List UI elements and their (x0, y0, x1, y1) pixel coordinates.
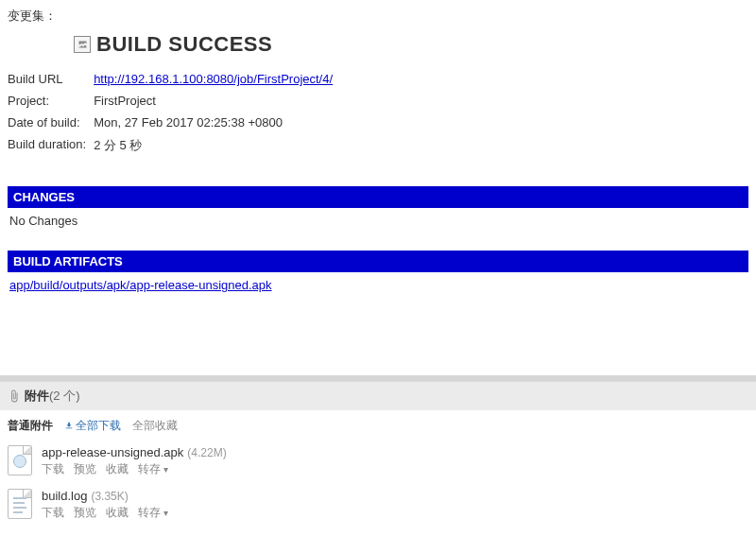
broken-image-icon (74, 36, 91, 53)
download-icon (64, 420, 74, 433)
favorite-all-button[interactable]: 全部收藏 (132, 418, 178, 434)
file-name: app-release-unsigned.apk (42, 445, 183, 459)
preview-button[interactable]: 预览 (74, 462, 96, 475)
changeset-label: 变更集： (8, 8, 748, 25)
chevron-down-icon: ▾ (163, 508, 168, 518)
build-url-label: Build URL (8, 68, 94, 90)
duration-label: Build duration: (8, 133, 94, 158)
attachment-item: build.log(3.35K)下载预览收藏转存 ▾ (8, 483, 748, 527)
file-actions: 下载预览收藏转存 ▾ (42, 461, 748, 477)
project-value: FirstProject (94, 90, 340, 112)
attachments-count: (2 个) (49, 388, 80, 405)
attachments-title: 附件 (25, 388, 49, 405)
favorite-button[interactable]: 收藏 (106, 506, 129, 519)
build-url-link[interactable]: http://192.168.1.100:8080/job/FirstProje… (94, 72, 333, 86)
file-actions: 下载预览收藏转存 ▾ (42, 505, 748, 521)
attachment-item: app-release-unsigned.apk(4.22M)下载预览收藏转存 … (8, 440, 748, 483)
build-status-text: BUILD SUCCESS (96, 32, 272, 57)
duration-value: 2 分 5 秒 (94, 133, 340, 158)
preview-button[interactable]: 预览 (74, 506, 96, 519)
attachments-type-label: 普通附件 (8, 418, 53, 434)
artifact-link[interactable]: app/build/outputs/apk/app-release-unsign… (9, 278, 272, 292)
changes-header: CHANGES (8, 186, 748, 208)
changes-body: No Changes (8, 208, 748, 247)
file-name: build.log (42, 489, 87, 503)
transfer-button[interactable]: 转存 ▾ (138, 506, 178, 519)
file-size: (4.22M) (187, 446, 226, 459)
download-button[interactable]: 下载 (42, 506, 64, 519)
build-status: BUILD SUCCESS (74, 32, 748, 57)
attachments-header: 附件 (2 个) (0, 381, 756, 410)
favorite-button[interactable]: 收藏 (106, 462, 129, 475)
artifacts-header: BUILD ARTIFACTS (8, 251, 748, 272)
date-value: Mon, 27 Feb 2017 02:25:38 +0800 (94, 112, 340, 133)
build-info-table: Build URL http://192.168.1.100:8080/job/… (8, 68, 340, 158)
apk-file-icon (8, 445, 32, 475)
attachments-list: app-release-unsigned.apk(4.22M)下载预览收藏转存 … (0, 440, 756, 534)
project-label: Project: (8, 90, 94, 112)
date-label: Date of build: (8, 112, 94, 133)
paperclip-icon (8, 389, 21, 403)
chevron-down-icon: ▾ (163, 464, 168, 475)
download-button[interactable]: 下载 (42, 462, 64, 475)
attachments-toolbar: 普通附件 全部下载 全部收藏 (0, 410, 756, 440)
artifacts-body: app/build/outputs/apk/app-release-unsign… (8, 272, 748, 311)
download-all-button[interactable]: 全部下载 (64, 418, 121, 434)
log-file-icon (8, 489, 32, 519)
transfer-button[interactable]: 转存 ▾ (138, 462, 178, 475)
file-size: (3.35K) (91, 490, 128, 503)
